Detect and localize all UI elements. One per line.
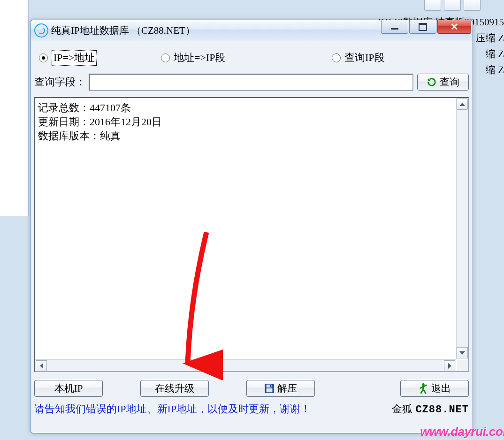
scroll-up-button[interactable]: [457, 99, 468, 110]
exit-icon: [418, 382, 428, 394]
floppy-icon: [264, 383, 275, 394]
radio-address-to-ip[interactable]: 地址=>IP段: [161, 51, 225, 65]
chevron-down-icon: [459, 351, 465, 355]
svg-line-9: [423, 389, 426, 394]
minimize-button[interactable]: [381, 20, 408, 34]
online-upgrade-button[interactable]: 在线升级: [140, 380, 209, 397]
background-parent-toolbar: [424, 0, 481, 11]
result-content: 记录总数：447107条 更新日期：2016年12月20日 数据库版本：纯真: [35, 98, 456, 359]
result-textarea[interactable]: 记录总数：447107条 更新日期：2016年12月20日 数据库版本：纯真: [34, 97, 469, 372]
close-icon: ✕: [451, 21, 458, 32]
radio-label-3: 查询IP段: [344, 51, 385, 65]
extract-button[interactable]: 解压: [246, 380, 315, 397]
app-icon: [34, 23, 48, 38]
maximize-button[interactable]: [409, 20, 436, 34]
online-upgrade-label: 在线升级: [155, 382, 194, 395]
radio-dot-icon: [161, 53, 170, 62]
query-input[interactable]: [89, 74, 413, 91]
scroll-down-button[interactable]: [457, 347, 468, 358]
background-left-panel: [0, 0, 29, 216]
brand-en: CZ88.NET: [415, 404, 469, 416]
local-ip-label: 本机IP: [54, 382, 83, 395]
radio-dot-icon: [39, 53, 48, 62]
close-button[interactable]: ✕: [437, 20, 471, 34]
scroll-right-button[interactable]: [444, 360, 455, 372]
local-ip-button[interactable]: 本机IP: [34, 380, 103, 397]
exit-label: 退出: [431, 382, 451, 395]
radio-query-ip-range[interactable]: 查询IP段: [332, 51, 385, 65]
titlebar[interactable]: 纯真IP地址数据库 （CZ88.NET） ✕: [31, 20, 473, 41]
svg-rect-2: [270, 385, 271, 387]
extract-label: 解压: [277, 382, 297, 395]
maximize-icon: [419, 23, 427, 31]
svg-rect-3: [267, 388, 273, 392]
status-message: 请告知我们错误的IP地址、新IP地址，以便及时更新，谢谢！: [34, 402, 388, 416]
minimize-icon: [391, 28, 398, 30]
svg-point-4: [422, 383, 425, 386]
chevron-left-icon: [40, 363, 43, 369]
refresh-icon: [427, 77, 437, 87]
chevron-up-icon: [459, 103, 465, 106]
query-button[interactable]: 查询: [417, 74, 469, 91]
scroll-left-button[interactable]: [36, 360, 47, 372]
exit-button[interactable]: 退出: [400, 380, 469, 397]
query-field-label: 查询字段：: [34, 75, 86, 89]
radio-dot-icon: [332, 53, 341, 62]
radio-ip-to-address[interactable]: IP=>地址: [39, 50, 97, 66]
radio-label-1: IP=>地址: [52, 50, 97, 66]
svg-line-8: [421, 389, 424, 394]
vertical-scrollbar[interactable]: [456, 98, 468, 359]
window-title: 纯真IP地址数据库 （CZ88.NET）: [51, 24, 195, 37]
horizontal-scrollbar[interactable]: [35, 359, 456, 371]
query-button-label: 查询: [440, 76, 459, 89]
radio-label-2: 地址=>IP段: [174, 51, 225, 65]
chevron-right-icon: [448, 363, 451, 369]
mode-radio-row: IP=>地址 地址=>IP段 查询IP段: [34, 46, 469, 69]
status-bar: 请告知我们错误的IP地址、新IP地址，以便及时更新，谢谢！ 金狐 CZ88.NE…: [34, 402, 469, 416]
watermark: www.dayrui.com: [420, 425, 504, 439]
main-window: 纯真IP地址数据库 （CZ88.NET） ✕ IP=>地址 地址=>IP段 查询…: [30, 20, 473, 433]
scroll-corner: [457, 360, 468, 371]
brand-cn: 金狐: [392, 402, 412, 416]
